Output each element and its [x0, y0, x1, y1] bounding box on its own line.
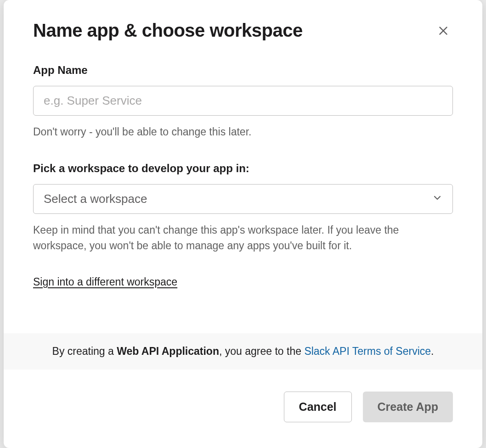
workspace-label: Pick a workspace to develop your app in: — [33, 162, 453, 175]
workspace-help: Keep in mind that you can't change this … — [33, 222, 453, 254]
terms-bold: Web API Application — [117, 345, 219, 357]
create-app-button[interactable]: Create App — [363, 392, 453, 422]
close-icon — [437, 25, 449, 38]
app-name-input[interactable] — [33, 86, 453, 116]
terms-suffix: . — [431, 345, 434, 357]
terms-prefix: By creating a — [52, 345, 117, 357]
terms-bar: By creating a Web API Application, you a… — [4, 333, 482, 370]
workspace-select[interactable]: Select a workspace — [33, 184, 453, 214]
create-app-modal: Name app & choose workspace App Name Don… — [4, 0, 482, 448]
cancel-button[interactable]: Cancel — [284, 392, 352, 422]
modal-header: Name app & choose workspace — [4, 0, 482, 42]
terms-mid: , you agree to the — [219, 345, 304, 357]
modal-title: Name app & choose workspace — [33, 19, 303, 41]
sign-in-different-workspace-link[interactable]: Sign into a different workspace — [33, 276, 177, 288]
close-button[interactable] — [434, 21, 453, 42]
workspace-group: Pick a workspace to develop your app in:… — [33, 162, 453, 254]
terms-of-service-link[interactable]: Slack API Terms of Service — [304, 345, 431, 357]
modal-footer: Cancel Create App — [4, 370, 482, 448]
app-name-label: App Name — [33, 64, 453, 77]
app-name-help: Don't worry - you'll be able to change t… — [33, 124, 453, 140]
modal-body: App Name Don't worry - you'll be able to… — [4, 42, 482, 333]
app-name-group: App Name Don't worry - you'll be able to… — [33, 64, 453, 140]
